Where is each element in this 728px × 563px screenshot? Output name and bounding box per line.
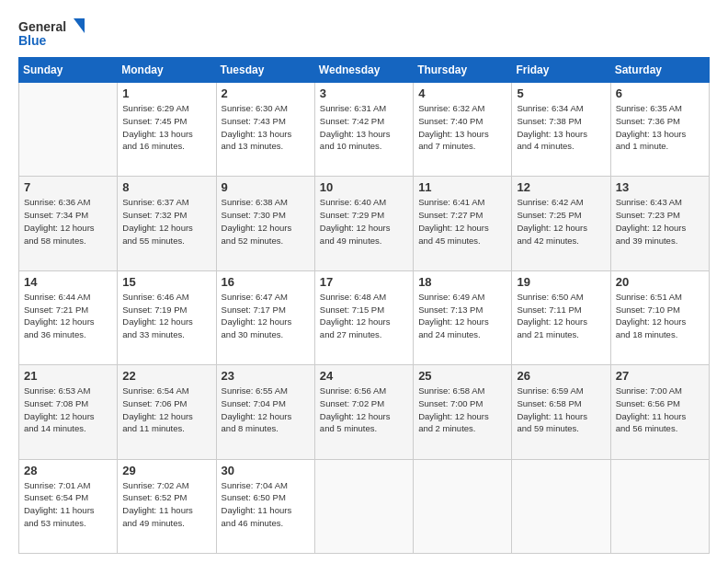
calendar-day-cell: 26Sunrise: 6:59 AM Sunset: 6:58 PM Dayli… [512,365,610,459]
day-info: Sunrise: 6:51 AM Sunset: 7:10 PM Dayligh… [616,291,704,341]
calendar-day-cell: 17Sunrise: 6:48 AM Sunset: 7:15 PM Dayli… [314,270,413,364]
day-number: 28 [24,464,112,477]
calendar-day-cell: 5Sunrise: 6:34 AM Sunset: 7:38 PM Daylig… [512,83,610,177]
logo-svg: GeneralBlue [18,17,92,50]
calendar-day-cell: 7Sunrise: 6:36 AM Sunset: 7:34 PM Daylig… [19,177,118,270]
calendar-day-cell: 15Sunrise: 6:46 AM Sunset: 7:19 PM Dayli… [118,270,216,364]
calendar-day-cell: 14Sunrise: 6:44 AM Sunset: 7:21 PM Dayli… [19,270,118,364]
day-number: 25 [418,369,506,383]
day-number: 7 [24,180,112,194]
calendar-day-cell: 8Sunrise: 6:37 AM Sunset: 7:32 PM Daylig… [118,177,216,270]
day-number: 3 [320,86,408,100]
day-info: Sunrise: 6:47 AM Sunset: 7:17 PM Dayligh… [222,291,310,341]
day-number: 15 [122,275,210,289]
day-info: Sunrise: 6:58 AM Sunset: 7:00 PM Dayligh… [418,385,506,435]
day-info: Sunrise: 6:56 AM Sunset: 7:02 PM Dayligh… [320,385,408,435]
logo: GeneralBlue [18,17,92,50]
calendar-day-cell: 2Sunrise: 6:30 AM Sunset: 7:43 PM Daylig… [216,83,314,177]
day-number: 24 [320,369,408,383]
calendar-week-row: 28Sunrise: 7:01 AM Sunset: 6:54 PM Dayli… [19,459,710,553]
calendar-day-cell [414,459,512,553]
day-info: Sunrise: 6:54 AM Sunset: 7:06 PM Dayligh… [122,385,210,435]
calendar-day-cell: 4Sunrise: 6:32 AM Sunset: 7:40 PM Daylig… [414,83,512,177]
calendar-day-cell: 18Sunrise: 6:49 AM Sunset: 7:13 PM Dayli… [414,270,512,364]
day-number: 27 [616,369,704,383]
calendar-day-cell: 11Sunrise: 6:41 AM Sunset: 7:27 PM Dayli… [414,177,512,270]
weekday-header: Saturday [610,58,709,83]
day-info: Sunrise: 7:00 AM Sunset: 6:56 PM Dayligh… [616,385,704,435]
calendar-day-cell: 20Sunrise: 6:51 AM Sunset: 7:10 PM Dayli… [610,270,709,364]
calendar-day-cell: 3Sunrise: 6:31 AM Sunset: 7:42 PM Daylig… [314,83,413,177]
calendar-day-cell: 13Sunrise: 6:43 AM Sunset: 7:23 PM Dayli… [610,177,709,270]
day-number: 6 [616,86,704,100]
day-number: 17 [320,275,408,289]
calendar-day-cell: 25Sunrise: 6:58 AM Sunset: 7:00 PM Dayli… [414,365,512,459]
calendar-day-cell: 23Sunrise: 6:55 AM Sunset: 7:04 PM Dayli… [216,365,314,459]
day-info: Sunrise: 6:43 AM Sunset: 7:23 PM Dayligh… [616,196,704,247]
calendar-day-cell: 24Sunrise: 6:56 AM Sunset: 7:02 PM Dayli… [314,365,413,459]
calendar-day-cell: 10Sunrise: 6:40 AM Sunset: 7:29 PM Dayli… [314,177,413,270]
day-number: 18 [418,275,506,289]
calendar-day-cell: 27Sunrise: 7:00 AM Sunset: 6:56 PM Dayli… [610,365,709,459]
day-number: 20 [616,275,704,289]
day-number: 11 [418,180,506,194]
calendar-day-cell [610,459,709,553]
calendar-day-cell: 1Sunrise: 6:29 AM Sunset: 7:45 PM Daylig… [118,83,216,177]
day-number: 10 [320,180,408,194]
day-number: 16 [222,275,310,289]
day-info: Sunrise: 6:46 AM Sunset: 7:19 PM Dayligh… [122,291,210,341]
day-number: 9 [222,180,310,194]
day-info: Sunrise: 6:50 AM Sunset: 7:11 PM Dayligh… [517,291,605,341]
weekday-header: Monday [118,58,216,83]
weekday-header: Friday [512,58,610,83]
svg-marker-2 [74,18,85,33]
day-number: 5 [517,86,605,100]
day-info: Sunrise: 6:55 AM Sunset: 7:04 PM Dayligh… [222,385,310,435]
day-number: 13 [616,180,704,194]
svg-text:General: General [18,19,66,34]
calendar-day-cell: 22Sunrise: 6:54 AM Sunset: 7:06 PM Dayli… [118,365,216,459]
day-info: Sunrise: 6:35 AM Sunset: 7:36 PM Dayligh… [616,102,704,153]
day-number: 29 [122,464,210,477]
weekday-header: Wednesday [314,58,413,83]
calendar-day-cell: 30Sunrise: 7:04 AM Sunset: 6:50 PM Dayli… [216,459,314,553]
calendar-day-cell: 16Sunrise: 6:47 AM Sunset: 7:17 PM Dayli… [216,270,314,364]
weekday-header: Tuesday [216,58,314,83]
day-info: Sunrise: 6:44 AM Sunset: 7:21 PM Dayligh… [24,291,112,341]
page: GeneralBlue SundayMondayTuesdayWednesday… [0,0,728,563]
day-number: 4 [418,86,506,100]
calendar-day-cell: 6Sunrise: 6:35 AM Sunset: 7:36 PM Daylig… [610,83,709,177]
day-info: Sunrise: 6:32 AM Sunset: 7:40 PM Dayligh… [418,102,506,153]
day-info: Sunrise: 6:30 AM Sunset: 7:43 PM Dayligh… [222,102,310,153]
day-info: Sunrise: 6:41 AM Sunset: 7:27 PM Dayligh… [418,196,506,247]
calendar-week-row: 14Sunrise: 6:44 AM Sunset: 7:21 PM Dayli… [19,270,710,364]
day-info: Sunrise: 6:40 AM Sunset: 7:29 PM Dayligh… [320,196,408,247]
header: GeneralBlue [18,17,710,50]
day-number: 21 [24,369,112,383]
header-row: SundayMondayTuesdayWednesdayThursdayFrid… [19,58,710,83]
day-info: Sunrise: 6:36 AM Sunset: 7:34 PM Dayligh… [24,196,112,247]
day-info: Sunrise: 6:49 AM Sunset: 7:13 PM Dayligh… [418,291,506,341]
calendar-day-cell: 29Sunrise: 7:02 AM Sunset: 6:52 PM Dayli… [118,459,216,553]
day-number: 19 [517,275,605,289]
calendar-day-cell [512,459,610,553]
calendar-day-cell [314,459,413,553]
calendar-day-cell: 9Sunrise: 6:38 AM Sunset: 7:30 PM Daylig… [216,177,314,270]
calendar-day-cell: 21Sunrise: 6:53 AM Sunset: 7:08 PM Dayli… [19,365,118,459]
day-number: 2 [222,86,310,100]
day-number: 23 [222,369,310,383]
calendar-day-cell [19,83,118,177]
day-number: 14 [24,275,112,289]
day-info: Sunrise: 7:02 AM Sunset: 6:52 PM Dayligh… [122,479,210,530]
day-number: 1 [122,86,210,100]
calendar-week-row: 21Sunrise: 6:53 AM Sunset: 7:08 PM Dayli… [19,365,710,459]
day-info: Sunrise: 6:38 AM Sunset: 7:30 PM Dayligh… [222,196,310,247]
day-number: 30 [222,464,310,477]
day-number: 12 [517,180,605,194]
calendar-day-cell: 28Sunrise: 7:01 AM Sunset: 6:54 PM Dayli… [19,459,118,553]
day-info: Sunrise: 6:31 AM Sunset: 7:42 PM Dayligh… [320,102,408,153]
calendar-day-cell: 12Sunrise: 6:42 AM Sunset: 7:25 PM Dayli… [512,177,610,270]
calendar-week-row: 7Sunrise: 6:36 AM Sunset: 7:34 PM Daylig… [19,177,710,270]
day-info: Sunrise: 7:01 AM Sunset: 6:54 PM Dayligh… [24,479,112,530]
calendar-week-row: 1Sunrise: 6:29 AM Sunset: 7:45 PM Daylig… [19,83,710,177]
